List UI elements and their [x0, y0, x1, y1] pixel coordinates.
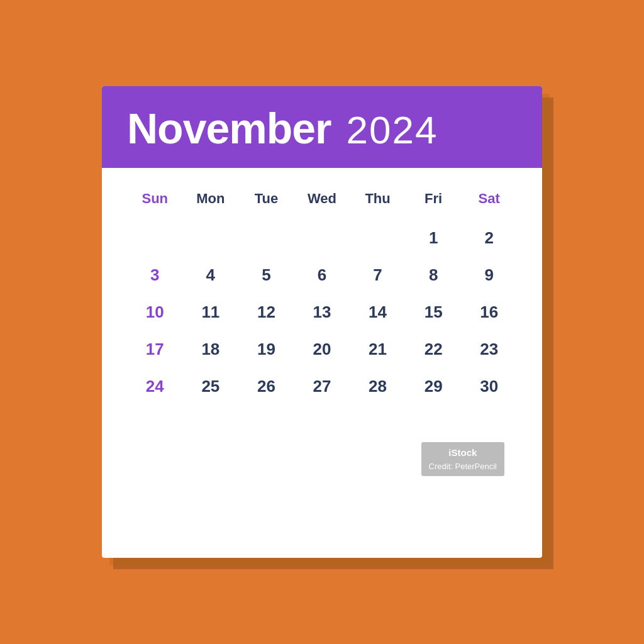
day-cell-30[interactable]: 30	[461, 368, 517, 405]
day-header-mon: Mon	[183, 180, 239, 219]
day-cell-14[interactable]: 14	[350, 294, 406, 331]
day-cell-5[interactable]: 5	[238, 257, 294, 294]
day-cell-empty	[238, 219, 294, 257]
day-cell-17[interactable]: 17	[127, 331, 183, 368]
day-cell-20[interactable]: 20	[294, 331, 350, 368]
calendar-wrapper: November 2024 Sun Mon Tue Wed Thu Fri Sa…	[102, 86, 542, 558]
day-cell-2[interactable]: 2	[461, 219, 517, 257]
day-cell-21[interactable]: 21	[350, 331, 406, 368]
day-cell-7[interactable]: 7	[350, 257, 406, 294]
day-cell-1[interactable]: 1	[406, 219, 462, 257]
day-cell-empty	[294, 219, 350, 257]
watermark: iStock Credit: PeterPencil	[421, 442, 504, 476]
calendar-year: 2024	[347, 108, 438, 152]
day-header-tue: Tue	[238, 180, 294, 219]
day-cell-empty	[127, 219, 183, 257]
day-cell-empty	[350, 219, 406, 257]
day-cell-11[interactable]: 11	[183, 294, 239, 331]
day-header-thu: Thu	[350, 180, 406, 219]
day-header-sun: Sun	[127, 180, 183, 219]
day-cell-3[interactable]: 3	[127, 257, 183, 294]
day-cell-24[interactable]: 24	[127, 368, 183, 405]
calendar: November 2024 Sun Mon Tue Wed Thu Fri Sa…	[102, 86, 542, 558]
day-cell-22[interactable]: 22	[406, 331, 462, 368]
day-cell-16[interactable]: 16	[461, 294, 517, 331]
day-cell-23[interactable]: 23	[461, 331, 517, 368]
day-header-wed: Wed	[294, 180, 350, 219]
day-cell-9[interactable]: 9	[461, 257, 517, 294]
day-cell-8[interactable]: 8	[406, 257, 462, 294]
day-header-fri: Fri	[406, 180, 462, 219]
day-cell-18[interactable]: 18	[183, 331, 239, 368]
day-cell-10[interactable]: 10	[127, 294, 183, 331]
day-cell-12[interactable]: 12	[238, 294, 294, 331]
day-cell-29[interactable]: 29	[406, 368, 462, 405]
day-cell-15[interactable]: 15	[406, 294, 462, 331]
calendar-month: November	[127, 104, 331, 153]
day-header-sat: Sat	[461, 180, 517, 219]
day-cell-25[interactable]: 25	[183, 368, 239, 405]
watermark-credit: Credit: PeterPencil	[429, 460, 497, 473]
day-cell-4[interactable]: 4	[183, 257, 239, 294]
day-cell-19[interactable]: 19	[238, 331, 294, 368]
day-cell-26[interactable]: 26	[238, 368, 294, 405]
calendar-body: Sun Mon Tue Wed Thu Fri Sat 1 2 3 4 5 6	[102, 168, 542, 424]
day-cell-6[interactable]: 6	[294, 257, 350, 294]
calendar-grid: Sun Mon Tue Wed Thu Fri Sat 1 2 3 4 5 6	[127, 180, 517, 405]
day-cell-27[interactable]: 27	[294, 368, 350, 405]
calendar-header: November 2024	[102, 86, 542, 168]
day-cell-28[interactable]: 28	[350, 368, 406, 405]
day-cell-empty	[183, 219, 239, 257]
day-cell-13[interactable]: 13	[294, 294, 350, 331]
watermark-brand: iStock	[429, 446, 497, 460]
